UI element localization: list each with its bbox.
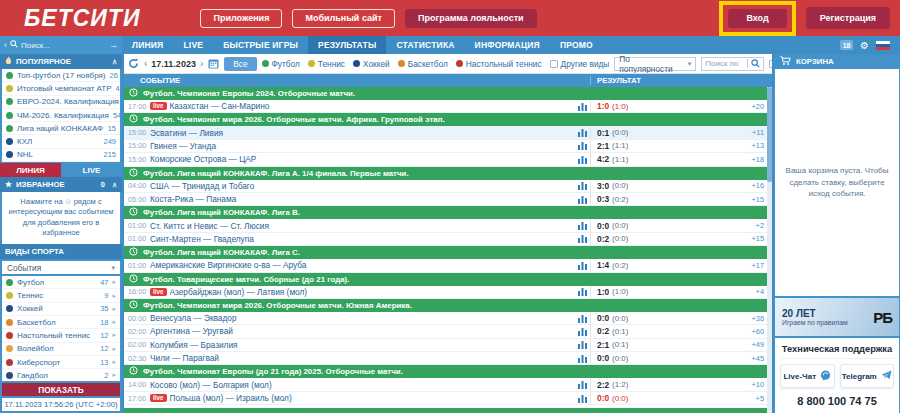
nav-item-1[interactable]: LIVE <box>173 36 213 54</box>
stats-icon[interactable] <box>574 181 590 190</box>
list-item[interactable]: Волейбол12▸ <box>2 343 120 356</box>
promo-banner[interactable]: 20 ЛЕТ Играем по правилам РБ <box>775 298 899 336</box>
scrollbar[interactable] <box>767 87 772 413</box>
match-row[interactable]: 16:00liveАзербайджан (мол) — Латвия (мол… <box>124 286 772 299</box>
filter-2[interactable]: Хоккей <box>353 59 390 69</box>
stats-icon[interactable] <box>574 221 590 230</box>
list-item[interactable]: Футбол47▸ <box>2 276 120 289</box>
tab-line[interactable]: ЛИНИЯ <box>0 163 61 177</box>
list-item[interactable]: КХЛ249 <box>2 135 120 148</box>
list-item[interactable]: Настольный теннис12▸ <box>2 329 120 342</box>
nav-item-3[interactable]: РЕЗУЛЬТАТЫ <box>308 36 386 54</box>
section-header[interactable]: Футбол. Товарищеские матчи. Сборные (до … <box>124 273 772 286</box>
apps-button[interactable]: Приложения <box>200 9 282 28</box>
list-item[interactable]: Хоккей35▸ <box>2 303 120 316</box>
list-item[interactable]: Лига наций КОНКАКАФ15 <box>2 122 120 135</box>
section-header[interactable]: Футбол. Лига наций КОНКАКАФ. Лига A. 1/4… <box>124 167 772 180</box>
list-item[interactable]: ЧМ-2026. Квалификация54 <box>2 109 120 122</box>
stats-icon[interactable] <box>574 102 590 111</box>
section-header[interactable]: Футбол. Лига наций КОНКАКАФ. Лига C. <box>124 246 772 259</box>
events-select[interactable]: События ▾ <box>2 261 120 274</box>
match-row[interactable]: 01:00Синт-Мартен — Гваделупа0:2(0:0)+15 <box>124 233 772 246</box>
stats-icon[interactable] <box>574 128 590 137</box>
event-search-input[interactable] <box>705 59 747 68</box>
match-row[interactable]: 17:00liveКазахстан — Сан-Марино1:0(1:0)+… <box>124 100 772 113</box>
stats-icon[interactable] <box>574 394 590 403</box>
match-row[interactable]: 04:00США — Тринидад и Тобаго3:0(0:0)+16 <box>124 180 772 193</box>
section-header[interactable]: Футбол. Чемпионат мира 2026. Отборочные … <box>124 299 772 312</box>
list-item[interactable]: ЕВРО-2024. Квалификация103 <box>2 96 120 109</box>
stats-icon[interactable] <box>574 141 590 150</box>
search-icon[interactable] <box>747 59 760 68</box>
search-input[interactable] <box>21 41 106 50</box>
stats-icon[interactable] <box>574 234 590 243</box>
nav-item-4[interactable]: СТАТИСТИКА <box>386 36 464 54</box>
sort-select[interactable]: По популярности ▾ <box>614 57 696 71</box>
stats-icon[interactable] <box>574 287 590 296</box>
filter-4[interactable]: Настольный теннис <box>456 59 542 69</box>
match-row[interactable]: 14:00Косово (мол) — Болгария (мол)2:2(1:… <box>124 378 772 391</box>
tab-live[interactable]: LIVE <box>61 163 122 177</box>
section-header[interactable]: Футбол. Лига наций КОНКАКАФ. Лига B. <box>124 206 772 219</box>
match-row[interactable]: 02:30Чили — Парагвай0:0(0:0)+45 <box>124 352 772 365</box>
mobile-site-button[interactable]: Мобильный сайт <box>292 9 395 28</box>
nav-item-0[interactable]: ЛИНИЯ <box>122 36 173 54</box>
list-item[interactable]: NHL215 <box>2 149 120 162</box>
match-row[interactable]: 05:00Коста-Рика — Панама0:3(0:2)+15 <box>124 193 772 206</box>
list-item[interactable]: Гандбол2▸ <box>2 369 120 381</box>
section-header[interactable]: Футбол. Чемпионат мира 2026. Отборочные … <box>124 113 772 126</box>
nav-item-2[interactable]: БЫСТРЫЕ ИГРЫ <box>213 36 308 54</box>
match-row[interactable]: 15:00Эсватини — Ливия0:1(0:0)+11 <box>124 126 772 139</box>
favorites-section-header[interactable]: ★ ИЗБРАННОЕ 0 ∧ <box>0 177 122 192</box>
list-item[interactable]: Теннис9▸ <box>2 289 120 302</box>
chevron-up-icon[interactable]: ∧ <box>112 58 117 66</box>
nav-item-6[interactable]: ПРОМО <box>550 36 603 54</box>
register-button[interactable]: Регистрация <box>806 7 890 29</box>
stats-icon[interactable] <box>574 155 590 164</box>
match-row[interactable]: 02:00Колумбия — Бразилия2:1(0:1)+49 <box>124 339 772 352</box>
telegram-button[interactable]: Telegram <box>840 364 895 388</box>
prev-day-icon[interactable]: ‹ <box>144 58 147 69</box>
stats-icon[interactable] <box>574 314 590 323</box>
stats-icon[interactable] <box>574 380 590 389</box>
filter-3[interactable]: Баскетбол <box>398 59 448 69</box>
list-item[interactable]: Итоговый чемпионат ATP4 <box>2 82 120 95</box>
other-sports-checkbox[interactable] <box>550 60 558 68</box>
search-submit-icon[interactable]: → <box>109 40 118 50</box>
chevron-up-icon[interactable]: ∧ <box>112 181 117 189</box>
section-header[interactable]: Футбол. Чемпионат Европы (до 21 года) 20… <box>124 365 772 378</box>
match-row[interactable]: 15:00Коморские Острова — ЦАР4:2(1:1)+18 <box>124 153 772 166</box>
stats-icon[interactable] <box>574 327 590 336</box>
language-flag-icon[interactable] <box>876 41 890 50</box>
loyalty-program-button[interactable]: Программа лояльности <box>405 9 537 28</box>
calendar-icon[interactable] <box>208 58 219 69</box>
list-item[interactable]: Баскетбол18▸ <box>2 316 120 329</box>
nav-item-5[interactable]: ИНФОРМАЦИЯ <box>465 36 550 54</box>
match-row[interactable]: 02:00Аргентина — Уругвай0:2(0:1)+60 <box>124 325 772 338</box>
next-day-icon[interactable]: › <box>200 58 203 69</box>
live-chat-button[interactable]: Live-Чат <box>780 364 835 388</box>
refresh-icon[interactable] <box>128 58 139 69</box>
list-item[interactable]: Киберспорт13▸ <box>2 356 120 369</box>
filter-1[interactable]: Теннис <box>308 59 345 69</box>
login-button[interactable]: Вход <box>728 9 786 28</box>
match-row[interactable]: 01:00Ст. Киттс и Невис — Ст. Люсия0:0(0:… <box>124 219 772 232</box>
section-header[interactable]: Футбол. Чемпионат Европы 2024. Отборочны… <box>124 87 772 100</box>
match-row[interactable]: 17:00liveПольша (мол) — Израиль (мол)0:0… <box>124 392 772 405</box>
match-row[interactable]: 01:00Американские Виргинские о-ва — Аруб… <box>124 259 772 272</box>
collapse-sidebar-icon[interactable]: ‹ <box>4 40 7 50</box>
only-live-checkbox[interactable] <box>769 60 772 68</box>
stats-icon[interactable] <box>574 340 590 349</box>
popular-section-header[interactable]: ПОПУЛЯРНОЕ ∧ <box>0 54 122 69</box>
match-row[interactable]: 00:00Венесуэла — Эквадор0:0(0:0)+36 <box>124 312 772 325</box>
stats-icon[interactable] <box>574 195 590 204</box>
scrollbar-thumb[interactable] <box>767 87 772 182</box>
filter-all-button[interactable]: Все <box>224 57 256 71</box>
show-button[interactable]: ПОКАЗАТЬ <box>2 383 120 396</box>
gear-icon[interactable]: ⚙ <box>860 40 869 51</box>
stats-icon[interactable] <box>574 354 590 363</box>
list-item[interactable]: Топ-футбол (17 ноября)26 <box>2 69 120 82</box>
match-row[interactable]: 15:00Гвинея — Уганда2:1(1:1)+13 <box>124 140 772 153</box>
stats-icon[interactable] <box>574 261 590 270</box>
filter-0[interactable]: Футбол <box>262 59 300 69</box>
